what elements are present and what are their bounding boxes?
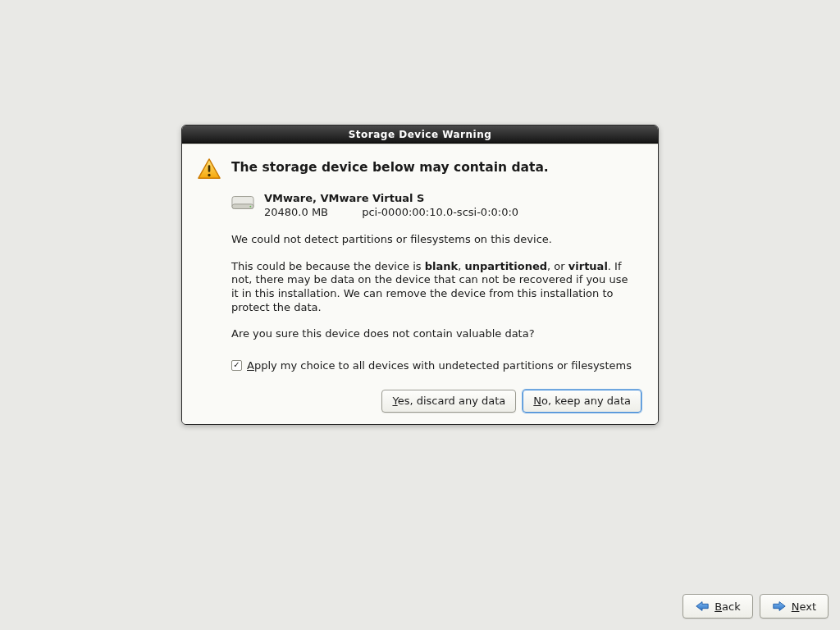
- wizard-nav: Back Next: [682, 594, 829, 619]
- paragraph-3: Are you sure this device does not contai…: [231, 327, 638, 341]
- check-mark-icon: ✓: [233, 361, 240, 369]
- dialog-heading: The storage device below may contain dat…: [231, 160, 549, 175]
- apply-all-checkbox-row[interactable]: ✓ Apply my choice to all devices with un…: [231, 359, 643, 372]
- no-keep-button[interactable]: No, keep any data: [523, 390, 641, 413]
- next-button[interactable]: Next: [760, 594, 829, 619]
- dialog-titlebar[interactable]: Storage Device Warning: [182, 126, 658, 144]
- dialog-button-row: Yes, discard any data No, keep any data: [197, 390, 643, 413]
- paragraph-1: We could not detect partitions or filesy…: [231, 233, 638, 247]
- arrow-right-icon: [772, 600, 787, 612]
- device-subinfo: 20480.0 MB pci-0000:00:10.0-scsi-0:0:0:0: [264, 206, 518, 218]
- storage-warning-dialog: Storage Device Warning The storage devic…: [181, 125, 659, 425]
- arrow-left-icon: [695, 600, 710, 612]
- apply-all-checkbox[interactable]: ✓: [231, 360, 242, 371]
- dialog-body: The storage device below may contain dat…: [182, 144, 658, 424]
- paragraph-2: This could be because the device is blan…: [231, 260, 638, 315]
- yes-discard-button[interactable]: Yes, discard any data: [381, 390, 516, 413]
- dialog-title: Storage Device Warning: [349, 129, 492, 140]
- svg-point-4: [249, 206, 251, 208]
- device-name: VMware, VMware Virtual S: [264, 192, 518, 204]
- device-size: 20480.0 MB: [264, 206, 358, 218]
- apply-all-label: Apply my choice to all devices with unde…: [247, 359, 632, 372]
- device-path: pci-0000:00:10.0-scsi-0:0:0:0: [362, 206, 518, 218]
- disk-icon: [231, 194, 254, 212]
- svg-point-1: [208, 174, 210, 176]
- device-row: VMware, VMware Virtual S 20480.0 MB pci-…: [231, 192, 643, 218]
- svg-rect-0: [208, 165, 211, 171]
- warning-icon: [197, 158, 221, 180]
- back-button[interactable]: Back: [682, 594, 753, 619]
